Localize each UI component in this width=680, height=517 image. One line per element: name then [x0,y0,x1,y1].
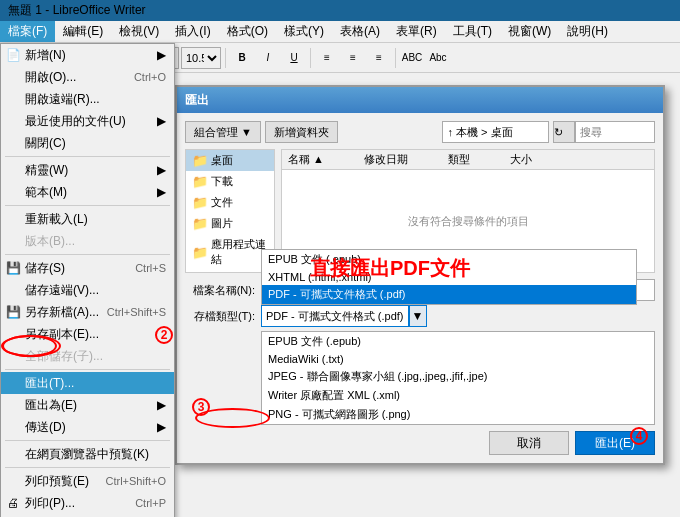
menu-send[interactable]: 傳送(D) ▶ [1,416,174,438]
menu-print[interactable]: 🖨 列印(P)...Ctrl+P [1,492,174,514]
align-left-btn[interactable]: ≡ [315,46,339,70]
menu-wizard[interactable]: 精靈(W) ▶ [1,159,174,181]
format-dropdown-container: EPUB 文件 (.epub) XHTML (.html,.xhtml) PDF… [261,305,655,327]
menu-styles[interactable]: 樣式(Y) [276,21,332,42]
title-bar-text: 無題 1 - LibreOffice Writer [8,2,146,19]
organize-label: 組合管理 ▼ [194,125,252,140]
format-ext-xml[interactable]: Writer 原廠配置 XML (.xml) [262,386,654,405]
menu-open[interactable]: 開啟(O)...Ctrl+O [1,66,174,88]
underline-btn[interactable]: U [282,46,306,70]
menu-new[interactable]: 📄 新增(N) ▶ [1,44,174,66]
menu-bar: 檔案(F) 編輯(E) 檢視(V) 插入(I) 格式(O) 樣式(Y) 表格(A… [0,21,680,43]
new-folder-label: 新增資料夾 [274,125,329,140]
menu-open-remote[interactable]: 開啟遠端(R)... [1,88,174,110]
menu-reload[interactable]: 重新載入(L) [1,208,174,230]
folder-icon-docs: 📁 [192,195,208,210]
dialog-toolbar: 組合管理 ▼ 新增資料夾 ↑ 本機 > 桌面 ↻ [185,121,655,143]
empty-message: 沒有符合搜尋條件的項目 [408,214,529,229]
italic-btn[interactable]: I [256,46,280,70]
abc-btn[interactable]: Abc [426,46,450,70]
menu-edit[interactable]: 編輯(E) [55,21,111,42]
save-icon: 💾 [5,260,21,276]
sep-c [5,254,170,255]
menu-preview-browser[interactable]: 在網頁瀏覽器中預覧(K) [1,443,174,465]
menu-export-as[interactable]: 匯出為(E) ▶ [1,394,174,416]
menu-export[interactable]: 匯出(T)... [1,372,174,394]
menu-save-copy[interactable]: 另存副本(E)... [1,323,174,345]
bold-btn[interactable]: B [230,46,254,70]
menu-insert[interactable]: 插入(I) [167,21,218,42]
format-option-epub1[interactable]: EPUB 文件 (.epub) [262,250,636,269]
sep-d [5,369,170,370]
print-icon: 🖨 [5,495,21,511]
file-menu-dropdown: 📄 新增(N) ▶ 開啟(O)...Ctrl+O 開啟遠端(R)... 最近使用… [0,43,175,517]
menu-close[interactable]: 關閉(C) [1,132,174,154]
menu-save-all: 全部儲存(子)... [1,345,174,367]
col-size: 大小 [510,152,532,167]
format-option-pdf[interactable]: PDF - 可攜式文件格式 (.pdf) [262,285,636,304]
folder-icon-app: 📁 [192,245,208,260]
refresh-btn[interactable]: ↻ [553,121,575,143]
col-type: 類型 [448,152,470,167]
format-ext-jpeg[interactable]: JPEG - 聯合圖像專家小組 (.jpg,.jpeg,.jfif,.jpe) [262,367,654,386]
dialog-buttons: 取消 匯出(E) [185,431,655,455]
path-arrow-up: ↑ [447,126,453,138]
font-size-select[interactable]: 10.5 [181,47,221,69]
col-date: 修改日期 [364,152,408,167]
menu-save-remote[interactable]: 儲存遠端(V)... [1,279,174,301]
sidebar-downloads[interactable]: 📁下載 [186,171,274,192]
menu-save[interactable]: 💾 儲存(S)Ctrl+S [1,257,174,279]
spell-btn[interactable]: ABC [400,46,424,70]
sep-b [5,205,170,206]
format-extended-list: EPUB 文件 (.epub) MediaWiki (.txt) JPEG - … [261,331,655,425]
menu-view[interactable]: 檢視(V) [111,21,167,42]
sep-f [5,467,170,468]
menu-window[interactable]: 視窗(W) [500,21,559,42]
format-input-row: PDF - 可攜式文件格式 (.pdf) ▼ [261,305,655,327]
sidebar-pics[interactable]: 📁圖片 [186,213,274,234]
dialog-bottom: 檔案名稱(N): 存檔類型(T): EPUB 文件 (.epub) XHTML … [185,279,655,455]
folder-icon-pics: 📁 [192,216,208,231]
menu-save-as[interactable]: 💾 另存新檔(A)...Ctrl+Shift+S [1,301,174,323]
menu-print-preview[interactable]: 列印預覧(E)Ctrl+Shift+O [1,470,174,492]
menu-tools[interactable]: 工具(T) [445,21,500,42]
export-btn[interactable]: 匯出(E) [575,431,655,455]
menu-help[interactable]: 說明(H) [559,21,616,42]
menu-version: 版本(B)... [1,230,174,252]
sidebar-desktop[interactable]: 📁桌面 [186,150,274,171]
format-option-xhtml[interactable]: XHTML (.html,.xhtml) [262,269,636,285]
menu-form[interactable]: 表單(R) [388,21,445,42]
organize-btn[interactable]: 組合管理 ▼ [185,121,261,143]
format-dropdown-btn[interactable]: ▼ [409,305,427,327]
new-icon: 📄 [5,47,21,63]
align-right-btn[interactable]: ≡ [367,46,391,70]
menu-format[interactable]: 格式(O) [219,21,276,42]
folder-icon-dl: 📁 [192,174,208,189]
dialog-title-text: 匯出 [185,92,209,109]
format-dropdown-list: EPUB 文件 (.epub) XHTML (.html,.xhtml) PDF… [261,249,637,305]
menu-recent[interactable]: 最近使用的文件(U) ▶ [1,110,174,132]
search-input[interactable] [575,121,655,143]
format-display[interactable]: PDF - 可攜式文件格式 (.pdf) [261,305,409,327]
sep2 [225,48,226,68]
menu-file[interactable]: 檔案(F) [0,21,55,42]
sep-a [5,156,170,157]
menu-table[interactable]: 表格(A) [332,21,388,42]
sep4 [395,48,396,68]
format-ext-epub[interactable]: EPUB 文件 (.epub) [262,332,654,351]
new-folder-btn[interactable]: 新增資料夾 [265,121,338,143]
dialog-body: 組合管理 ▼ 新增資料夾 ↑ 本機 > 桌面 ↻ 📁桌面 📁下載 📁文件 📁圖片 [177,113,663,463]
filename-label: 檔案名稱(N): [185,283,255,298]
path-display: ↑ 本機 > 桌面 [442,121,549,143]
dialog-title: 匯出 [177,87,663,113]
cancel-btn[interactable]: 取消 [489,431,569,455]
main-header: 名稱 ▲ 修改日期 類型 大小 [282,150,654,170]
format-ext-mediawiki[interactable]: MediaWiki (.txt) [262,351,654,367]
align-center-btn[interactable]: ≡ [341,46,365,70]
format-ext-png[interactable]: PNG - 可攜式網路圖形 (.png) [262,405,654,424]
breadcrumb-text: 本機 > 桌面 [456,125,513,140]
menu-template[interactable]: 範本(M) ▶ [1,181,174,203]
sep-e [5,440,170,441]
title-bar: 無題 1 - LibreOffice Writer [0,0,680,21]
sidebar-docs[interactable]: 📁文件 [186,192,274,213]
